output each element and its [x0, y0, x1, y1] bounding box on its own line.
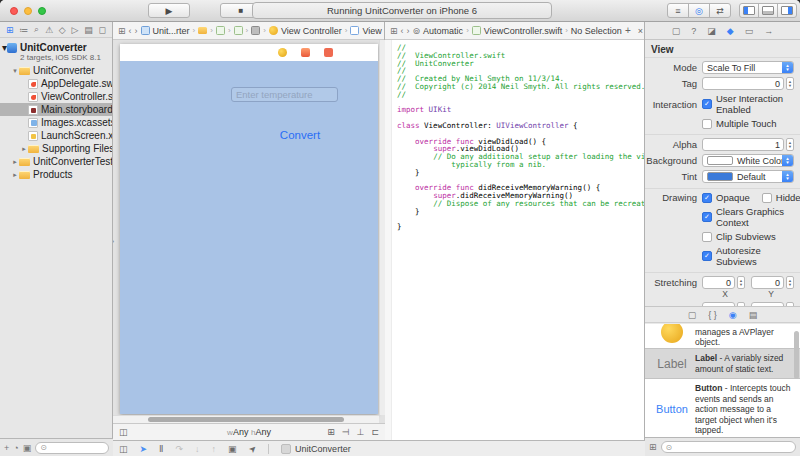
grid-view-toggle[interactable]: ⊞ — [649, 442, 657, 452]
zoom-window-button[interactable] — [38, 7, 46, 15]
first-responder-dock-icon[interactable] — [301, 48, 310, 57]
view-controller-scene[interactable]: Enter temperature Convert — [120, 44, 378, 414]
breakpoint-navigator-tab[interactable]: ▤ — [84, 25, 93, 35]
tint-color-swatch[interactable] — [707, 172, 733, 181]
step-out-button[interactable]: ↑ — [212, 444, 217, 454]
library-item[interactable]: ButtonButton - Intercepts touch events a… — [645, 379, 800, 437]
connections-inspector-tab[interactable]: → — [764, 26, 773, 36]
report-navigator-tab[interactable]: ◻ — [99, 25, 106, 35]
navigator-file-row[interactable]: AppDelegate.swift — [0, 77, 112, 90]
file-icon[interactable] — [216, 26, 225, 35]
mode-select[interactable]: Scale To Fill ▲▼ — [702, 61, 794, 74]
resizing-button[interactable]: ⊏ — [371, 427, 379, 437]
stretching-y-field[interactable]: 0 — [751, 276, 784, 289]
media-library-tab[interactable]: ▤ — [749, 310, 758, 320]
close-window-button[interactable] — [10, 7, 18, 15]
toggle-debug-area-button[interactable] — [758, 3, 778, 18]
navigator-file-row[interactable]: ▸Supporting Files — [0, 142, 112, 155]
stretching-y-stepper[interactable]: ▲▼ — [786, 276, 794, 289]
navigator-file-row[interactable]: ▾UnitConverter — [0, 64, 112, 77]
code-snippet-library-tab[interactable]: { } — [708, 310, 717, 320]
close-assistant-editor-button[interactable]: × — [638, 26, 643, 36]
breadcrumb-project[interactable]: Unit...rter — [153, 26, 190, 36]
disclosure-triangle[interactable]: ▸ — [20, 145, 28, 153]
file-icon[interactable] — [234, 26, 243, 35]
forward-icon[interactable]: › — [407, 26, 410, 36]
disclosure-triangle[interactable]: ▾ — [11, 67, 19, 75]
breadcrumb-view-controller[interactable]: View Controller — [281, 26, 342, 36]
attributes-inspector-tab[interactable]: ◆ — [727, 26, 734, 36]
autoresize-subviews-checkbox[interactable]: ✓ — [702, 251, 712, 261]
user-interaction-checkbox[interactable]: ✓ — [702, 99, 712, 109]
navigator-filter-field[interactable]: ⊙ — [35, 442, 109, 454]
navigator-file-row[interactable]: Main.storyboardM — [0, 103, 112, 116]
object-library-tab[interactable]: ◉ — [729, 310, 737, 320]
related-items-icon[interactable]: ⊞ — [390, 26, 398, 36]
convert-button[interactable]: Convert — [260, 129, 340, 141]
alpha-stepper[interactable]: ▲▼ — [786, 138, 794, 151]
tag-stepper[interactable]: ▲▼ — [786, 77, 794, 90]
navigator-file-row[interactable]: ▸UnitConverterTests — [0, 155, 112, 168]
forward-icon[interactable]: › — [135, 26, 138, 36]
find-navigator-tab[interactable]: ⌕ — [34, 24, 39, 35]
document-outline-button[interactable]: ◫ — [119, 427, 128, 437]
document-outline-toggle[interactable]: › — [113, 233, 114, 248]
breadcrumb-selection[interactable]: No Selection — [571, 26, 622, 36]
disclosure-triangle[interactable]: ▸ — [11, 158, 19, 166]
project-navigator-tab[interactable]: ⊞ — [6, 25, 14, 35]
toggle-utilities-button[interactable] — [777, 3, 797, 18]
alpha-field[interactable]: 1 — [702, 138, 784, 151]
run-button[interactable]: ▶ — [148, 3, 190, 18]
multiple-touch-checkbox[interactable] — [702, 119, 712, 129]
main-view[interactable]: Enter temperature Convert — [120, 61, 378, 414]
background-select[interactable]: White Color ▲▼ — [702, 154, 794, 167]
hidden-checkbox[interactable] — [762, 193, 772, 203]
clip-subviews-checkbox[interactable] — [702, 232, 712, 242]
view-debugger-button[interactable]: ▣ — [228, 444, 237, 454]
folder-icon[interactable] — [198, 27, 207, 34]
stretching-x-field[interactable]: 0 — [702, 276, 735, 289]
opaque-checkbox[interactable]: ✓ — [702, 193, 712, 203]
temperature-text-field[interactable]: Enter temperature — [231, 87, 338, 102]
canvas-horizontal-scrollbar[interactable] — [113, 415, 379, 423]
identity-inspector-tab[interactable]: ◪ — [707, 26, 716, 36]
file-template-library-tab[interactable]: ▢ — [688, 310, 697, 320]
library-item[interactable]: A view controller that manages a AVPlaye… — [645, 324, 800, 348]
source-code-editor[interactable]: //// ViewController.swift// UnitConverte… — [385, 40, 644, 440]
pin-button[interactable]: ⊣ — [342, 427, 350, 437]
navigator-file-row[interactable]: ViewController.swift — [0, 90, 112, 103]
library-filter-field[interactable]: ⊙ — [661, 441, 796, 453]
related-items-icon[interactable]: ⊞ — [118, 26, 126, 36]
white-color-swatch[interactable] — [707, 156, 733, 165]
navigator-file-row[interactable]: LaunchScreen.xib — [0, 129, 112, 142]
exit-dock-icon[interactable] — [324, 48, 333, 57]
add-icon[interactable]: + — [4, 443, 9, 453]
version-editor-button[interactable]: ⇄ — [709, 3, 731, 18]
scm-status-icon[interactable]: ▣ — [23, 443, 32, 453]
disclosure-triangle[interactable]: ▸ — [11, 171, 19, 179]
navigator-file-row[interactable]: Images.xcassets — [0, 116, 112, 129]
debug-navigator-tab[interactable]: ▷ — [72, 25, 79, 35]
resolve-auto-layout-button[interactable]: ⊥ — [357, 427, 365, 437]
breadcrumb-file[interactable]: ViewController.swift — [484, 26, 562, 36]
step-over-button[interactable]: ↷ — [176, 444, 184, 454]
library-item[interactable]: LabelLabel - A variably sized amount of … — [645, 348, 800, 379]
library-scrollbar[interactable] — [794, 331, 799, 379]
size-inspector-tab[interactable]: ▭ — [745, 26, 754, 36]
simulate-location-button[interactable]: ➤ — [246, 442, 258, 454]
hide-debug-area-button[interactable]: ◫ — [119, 444, 128, 454]
storyboard-icon[interactable] — [251, 26, 260, 35]
project-row[interactable]: ▾UnitConverter2 targets, iOS SDK 8.1 — [0, 41, 112, 64]
recent-files-icon[interactable]: ◔ — [13, 443, 18, 453]
storyboard-canvas[interactable]: Enter temperature Convert › — [113, 40, 385, 423]
minimize-window-button[interactable] — [24, 7, 32, 15]
pause-button[interactable]: Ⅱ — [159, 444, 163, 454]
quick-help-inspector-tab[interactable]: ? — [691, 26, 696, 36]
assistant-mode[interactable]: Automatic — [423, 26, 463, 36]
standard-editor-button[interactable]: ≡ — [667, 3, 689, 18]
breakpoints-toggle-button[interactable]: ➤ — [140, 444, 148, 454]
tint-select[interactable]: Default ▲▼ — [702, 170, 794, 183]
toggle-navigator-button[interactable] — [739, 3, 759, 18]
test-navigator-tab[interactable]: ◇ — [59, 25, 66, 35]
issue-navigator-tab[interactable]: ⚠ — [45, 25, 53, 35]
